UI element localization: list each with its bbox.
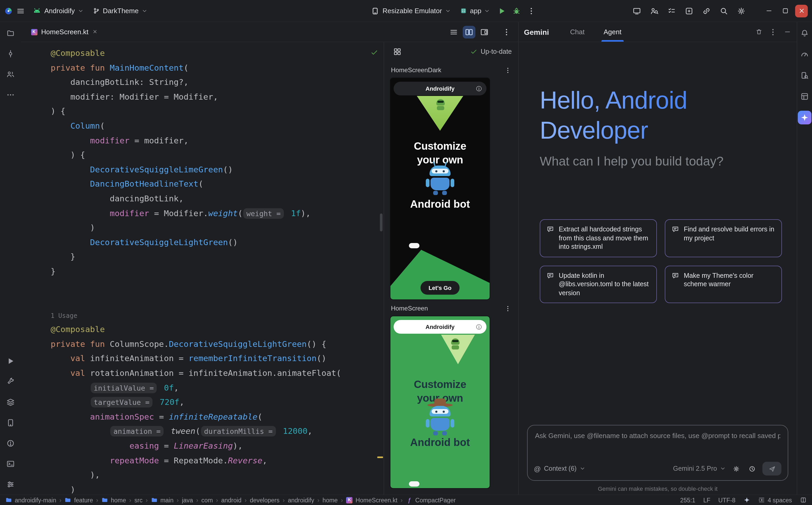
code-line[interactable]: val infiniteAnimation = rememberInfinite… [51,352,383,366]
breadcrumb-item[interactable]: home [323,497,338,503]
context-selector[interactable]: @ Context (6) [534,465,585,472]
suggestion-card-theme-warmer[interactable]: Make my Theme's color scheme warmer [665,266,782,303]
search-everywhere-button[interactable] [717,4,731,18]
debug-button[interactable] [510,4,524,18]
code-line[interactable]: } [51,250,383,265]
device-mirroring-button[interactable] [630,4,644,18]
branch-selector[interactable]: DarkTheme [89,5,151,17]
code-line[interactable]: modifier: Modifier = Modifier, [51,90,383,105]
logcat-button[interactable] [665,4,679,18]
breadcrumb-item[interactable]: android [221,497,242,503]
code-line[interactable]: modifier = Modifier.weight(weight = 1f), [51,206,383,221]
breadcrumb-item[interactable]: androidify [288,497,314,503]
warning-stripe-mark[interactable] [377,457,383,458]
close-window-button[interactable] [795,4,808,17]
layout-inspector-tool-button[interactable] [798,90,811,103]
send-button[interactable] [763,462,781,476]
code-line[interactable]: repeatMode = RepeatMode.Reverse, [51,454,383,468]
profiler-tool-button[interactable] [798,47,811,61]
close-tab-button[interactable] [92,28,97,36]
code-line[interactable]: 1 Usage [51,308,383,323]
more-run-options-button[interactable] [525,4,539,18]
breadcrumb-item[interactable]: ƒCompactPager [406,497,456,503]
profile-app-button[interactable] [648,4,661,18]
code-line[interactable]: dancingBotLink: String?, [51,75,383,90]
ai-status-button[interactable] [743,497,750,503]
breadcrumb-item[interactable]: home [101,497,126,503]
code-line[interactable]: targetValue = 720f, [51,396,383,410]
code-line[interactable]: @Composable [51,46,383,61]
studio-bot-button[interactable] [682,4,696,18]
editor-tab-homescreen[interactable]: K HomeScreen.kt [25,22,103,42]
code-line[interactable]: animationSpec = infiniteRepeatable( [51,410,383,425]
code-view-button[interactable] [447,26,460,38]
inspections-ok-icon[interactable] [370,48,378,56]
breadcrumb-item[interactable]: com [201,497,213,503]
code-line[interactable]: Column( [51,119,383,134]
breadcrumb-item[interactable]: KHomeScreen.kt [346,497,397,503]
gemini-options-button[interactable] [767,26,779,38]
commit-tool-button[interactable] [4,47,17,61]
code-line[interactable]: dancingBotLink, [51,192,383,206]
device-selector[interactable]: Resizable Emulator [367,4,455,17]
breadcrumb-item[interactable]: androidify-main [5,497,56,503]
gemini-prompt-box[interactable]: @ Context (6) Gemini 2.5 Pro [527,425,788,481]
split-view-button[interactable] [463,26,475,38]
minimize-window-button[interactable] [763,4,775,17]
device-manager-tool-button[interactable] [4,416,17,430]
code-line[interactable]: ) { [51,148,383,163]
build-tool-button[interactable] [4,375,17,388]
code-line[interactable]: ) [51,483,383,494]
main-menu-button[interactable] [14,4,27,18]
model-selector[interactable]: Gemini 2.5 Pro [673,465,725,472]
code-line[interactable]: ), [51,468,383,483]
code-line[interactable] [51,279,383,294]
terminal-tool-button[interactable] [4,457,17,471]
code-line[interactable]: private fun ColumnScope.DecorativeSquigg… [51,337,383,352]
tab-chat[interactable]: Chat [568,22,587,42]
notifications-button[interactable] [798,26,811,40]
prompt-history-button[interactable] [746,463,757,474]
code-line[interactable]: modifier = modifier, [51,134,383,148]
code-line[interactable]: DancingBotHeadlineText( [51,177,383,192]
run-button[interactable] [495,4,509,18]
file-encoding[interactable]: UTF-8 [718,497,735,503]
tab-agent[interactable]: Agent [601,22,624,42]
line-separator[interactable]: LF [703,497,710,503]
settings-button[interactable] [734,4,748,18]
preview-homescreendark[interactable]: Androidify ⓘ Customize your own Android [390,78,490,299]
run-tool-button[interactable] [4,354,17,368]
code-line[interactable]: animation = tween(durationMillis = 12000… [51,425,383,439]
breadcrumb-item[interactable]: src [134,497,143,503]
code-line[interactable]: DecorativeSquiggleLimeGreen() [51,163,383,177]
breadcrumb-item[interactable]: java [182,497,193,503]
build-variants-tool-button[interactable] [4,395,17,409]
code-line[interactable]: val rotationAnimation = infiniteAnimatio… [51,366,383,381]
maximize-window-button[interactable] [779,4,791,17]
breadcrumb-item[interactable]: main [151,497,173,503]
reader-mode-button[interactable] [800,497,807,503]
editor-options-button[interactable] [500,26,513,38]
code-line[interactable]: initialValue = 0f, [51,381,383,395]
breadcrumb-item[interactable]: developers [250,497,279,503]
code-line[interactable]: } [51,265,383,279]
indent-setting[interactable]: 4 spaces [758,497,792,503]
more-tool-windows-button[interactable] [4,88,17,102]
hide-panel-button[interactable] [781,26,794,38]
preview-options-button[interactable] [502,65,513,75]
code-line[interactable] [51,294,383,308]
breadcrumb-item[interactable]: feature [65,497,93,503]
clear-chat-button[interactable] [752,26,765,38]
settings-sync-tool-button[interactable] [4,478,17,491]
code-line[interactable]: DecorativeSquiggleLightGreen() [51,235,383,250]
editor-scrollbar[interactable] [380,213,382,231]
sync-project-button[interactable] [700,4,713,18]
preview-homescreen[interactable]: Androidify ⓘ Customize your own [390,316,490,488]
problems-tool-button[interactable] [4,437,17,450]
suggestion-card-extract-strings[interactable]: Extract all hardcoded strings from this … [540,219,657,257]
design-view-button[interactable] [478,26,491,38]
caret-position[interactable]: 255:1 [680,497,695,503]
run-configuration-selector[interactable]: app [456,5,494,17]
suggestion-card-update-kotlin[interactable]: Update kotlin in @libs.version.toml to t… [540,266,657,303]
code-editor[interactable]: @Composableprivate fun MainHomeContent( … [21,42,383,494]
